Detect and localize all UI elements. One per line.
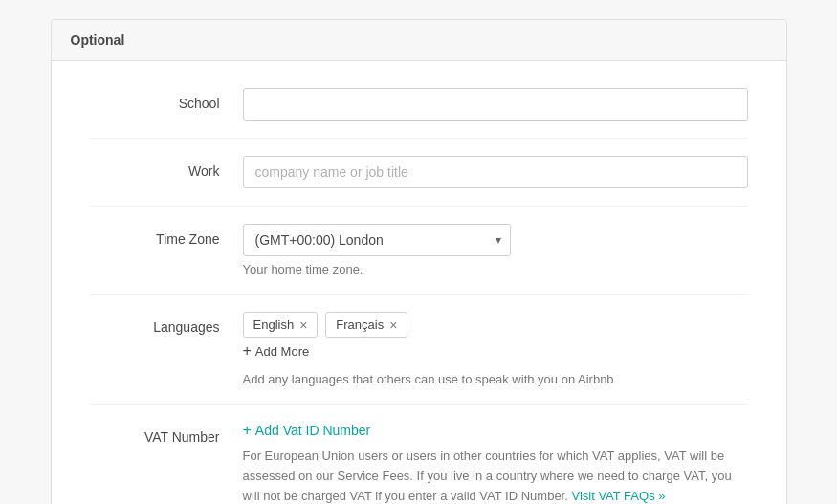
languages-hint: Add any languages that others can use to… bbox=[243, 372, 748, 386]
school-control bbox=[243, 88, 748, 121]
vat-label: VAT Number bbox=[90, 422, 243, 445]
school-label: School bbox=[90, 88, 243, 111]
work-label: Work bbox=[90, 156, 243, 179]
vat-control: + Add Vat ID Number For European Union u… bbox=[243, 422, 748, 504]
vat-faq-link[interactable]: Visit VAT FAQs » bbox=[571, 489, 665, 503]
timezone-hint: Your home time zone. bbox=[243, 262, 748, 276]
add-language-button[interactable]: + Add More bbox=[243, 338, 748, 364]
school-row: School bbox=[90, 71, 748, 139]
section-header: Optional bbox=[52, 20, 786, 61]
timezone-select[interactable]: (GMT+00:00) London(GMT-05:00) New York(G… bbox=[243, 224, 511, 256]
section-title: Optional bbox=[71, 33, 125, 48]
timezone-control: (GMT+00:00) London(GMT-05:00) New York(G… bbox=[243, 224, 748, 276]
language-tag-francais: Français × bbox=[325, 312, 407, 338]
plus-icon: + bbox=[243, 342, 252, 360]
work-control bbox=[243, 156, 748, 188]
language-tag-english-label: English bbox=[253, 318, 295, 332]
languages-label: Languages bbox=[90, 312, 243, 335]
add-vat-button[interactable]: + Add Vat ID Number bbox=[243, 422, 371, 439]
add-vat-label: Add Vat ID Number bbox=[255, 423, 370, 438]
timezone-label: Time Zone bbox=[90, 224, 243, 247]
add-more-label: Add More bbox=[255, 344, 309, 359]
timezone-select-wrapper: (GMT+00:00) London(GMT-05:00) New York(G… bbox=[243, 224, 511, 256]
optional-form-card: Optional School Work Time Zone (GMT+00:0… bbox=[51, 19, 787, 504]
work-input[interactable] bbox=[243, 156, 748, 188]
language-tag-francais-label: Français bbox=[336, 318, 384, 332]
vat-row: VAT Number + Add Vat ID Number For Europ… bbox=[90, 405, 748, 504]
language-tag-english: English × bbox=[243, 312, 319, 338]
languages-row: Languages English × Français × + Add Mor… bbox=[90, 295, 748, 405]
languages-tags-container: English × Français × bbox=[243, 312, 748, 338]
timezone-row: Time Zone (GMT+00:00) London(GMT-05:00) … bbox=[90, 207, 748, 295]
remove-francais-button[interactable]: × bbox=[389, 318, 397, 332]
vat-description: For European Union users or users in oth… bbox=[243, 447, 748, 504]
work-row: Work bbox=[90, 139, 748, 207]
remove-english-button[interactable]: × bbox=[299, 318, 307, 332]
school-input[interactable] bbox=[243, 88, 748, 121]
form-body: School Work Time Zone (GMT+00:00) London… bbox=[52, 61, 786, 504]
plus-icon-teal: + bbox=[243, 422, 252, 439]
languages-control: English × Français × + Add More Add any … bbox=[243, 312, 748, 386]
